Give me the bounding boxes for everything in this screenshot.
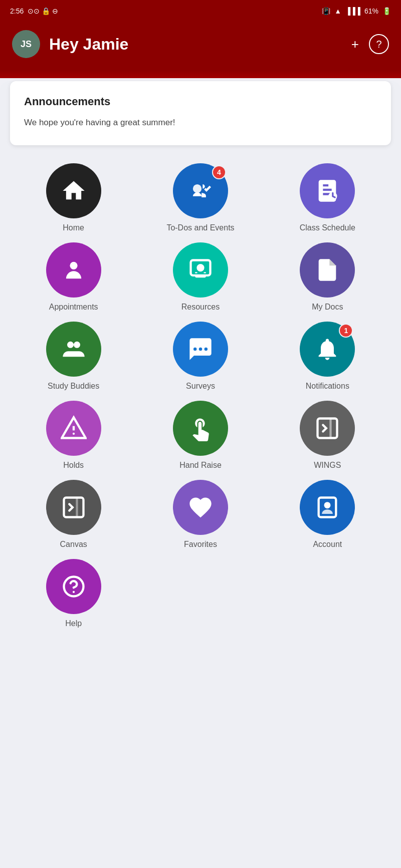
grid-item-todos[interactable]: 4 To-Dos and Events bbox=[142, 163, 259, 232]
announcements-message: We hope you're having a great summer! bbox=[24, 116, 377, 129]
grid-item-account[interactable]: Account bbox=[269, 480, 386, 549]
holds-icon bbox=[61, 415, 87, 441]
grid-item-appointments[interactable]: Appointments bbox=[15, 242, 132, 312]
wings-label: WINGS bbox=[314, 461, 341, 470]
grid-item-wings[interactable]: WINGS bbox=[269, 401, 386, 470]
class-schedule-icon bbox=[314, 178, 340, 204]
favorites-label: Favorites bbox=[184, 540, 217, 549]
account-label: Account bbox=[313, 540, 342, 549]
battery-text: 61% bbox=[364, 7, 378, 15]
todos-badge: 4 bbox=[212, 165, 226, 179]
resources-label: Resources bbox=[181, 303, 220, 312]
wifi-icon: ▲ bbox=[334, 7, 341, 15]
notifications-badge: 1 bbox=[339, 324, 353, 338]
wings-icon bbox=[314, 415, 340, 441]
todos-label: To-Dos and Events bbox=[166, 223, 234, 232]
holds-icon-circle bbox=[46, 401, 101, 456]
svg-point-10 bbox=[199, 347, 203, 351]
resources-icon-circle bbox=[173, 242, 228, 298]
avatar[interactable]: JS bbox=[12, 30, 40, 58]
grid-item-canvas[interactable]: Canvas bbox=[15, 480, 132, 549]
grid-item-surveys[interactable]: Surveys bbox=[142, 322, 259, 391]
my-docs-label: My Docs bbox=[312, 303, 343, 312]
grid-item-favorites[interactable]: Favorites bbox=[142, 480, 259, 549]
appointments-icon-circle bbox=[46, 242, 101, 298]
app-grid: Home 4 To-Dos and Events bbox=[0, 153, 401, 643]
svg-point-14 bbox=[72, 432, 74, 434]
help-icon-circle bbox=[46, 559, 101, 614]
status-right: 📳 ▲ ▐▐▐ 61% 🔋 bbox=[322, 7, 391, 15]
grid-item-holds[interactable]: Holds bbox=[15, 401, 132, 470]
todos-icon bbox=[187, 178, 214, 204]
grid-item-study-buddies[interactable]: Study Buddies bbox=[15, 322, 132, 391]
status-bar: 2:56 ⊙⊙ 🔒 ⊖ 📳 ▲ ▐▐▐ 61% 🔋 bbox=[0, 0, 401, 22]
canvas-icon-circle bbox=[46, 480, 101, 535]
add-button[interactable]: + bbox=[351, 37, 359, 52]
favorites-icon-circle bbox=[173, 480, 228, 535]
announcements-card: Announcements We hope you're having a gr… bbox=[10, 81, 391, 145]
grid-item-my-docs[interactable]: My Docs bbox=[269, 242, 386, 312]
status-time: 2:56 bbox=[10, 7, 24, 15]
battery-icon: 🔋 bbox=[382, 7, 391, 15]
class-schedule-label: Class Schedule bbox=[300, 223, 355, 232]
study-buddies-icon-circle bbox=[46, 322, 101, 377]
svg-point-20 bbox=[72, 591, 74, 593]
avatar-initials: JS bbox=[21, 39, 32, 50]
resources-icon bbox=[187, 257, 214, 283]
todos-icon-circle: 4 bbox=[173, 163, 228, 218]
study-buddies-icon bbox=[61, 336, 87, 362]
header-actions: + ? bbox=[351, 34, 389, 54]
favorites-icon bbox=[187, 494, 214, 520]
svg-point-0 bbox=[193, 184, 202, 193]
surveys-icon bbox=[187, 336, 214, 362]
help-button[interactable]: ? bbox=[369, 34, 389, 54]
account-icon-circle bbox=[300, 480, 355, 535]
signal-icon: ▐▐▐ bbox=[345, 7, 360, 15]
wings-icon-circle bbox=[300, 401, 355, 456]
svg-point-8 bbox=[67, 341, 74, 348]
my-docs-icon-circle bbox=[300, 242, 355, 298]
appointments-label: Appointments bbox=[49, 303, 98, 312]
surveys-icon-circle bbox=[173, 322, 228, 377]
header-left: JS Hey Jamie bbox=[12, 30, 128, 58]
grid-item-notifications[interactable]: 1 Notifications bbox=[269, 322, 386, 391]
notifications-icon-circle: 1 bbox=[300, 322, 355, 377]
hand-raise-label: Hand Raise bbox=[179, 461, 222, 470]
holds-label: Holds bbox=[63, 461, 84, 470]
svg-point-12 bbox=[205, 347, 208, 351]
notifications-label: Notifications bbox=[306, 382, 349, 391]
svg-point-11 bbox=[193, 347, 197, 351]
svg-point-9 bbox=[74, 341, 80, 348]
surveys-label: Surveys bbox=[186, 382, 215, 391]
grid-item-help[interactable]: Help bbox=[15, 559, 132, 628]
canvas-label: Canvas bbox=[60, 540, 87, 549]
help-label: Help bbox=[65, 619, 82, 628]
account-icon bbox=[314, 494, 340, 520]
canvas-icon bbox=[61, 494, 87, 520]
class-schedule-icon-circle bbox=[300, 163, 355, 218]
help-icon bbox=[61, 573, 87, 600]
grid-item-class-schedule[interactable]: Class Schedule bbox=[269, 163, 386, 232]
hand-raise-icon-circle bbox=[173, 401, 228, 456]
home-icon-circle bbox=[46, 163, 101, 218]
svg-point-2 bbox=[70, 261, 77, 269]
my-docs-icon bbox=[314, 257, 340, 283]
header-greeting: Hey Jamie bbox=[49, 35, 128, 54]
announcements-title: Announcements bbox=[24, 95, 377, 108]
status-left: 2:56 ⊙⊙ 🔒 ⊖ bbox=[10, 7, 58, 15]
notifications-icon bbox=[314, 336, 340, 362]
main-content: Announcements We hope you're having a gr… bbox=[0, 81, 401, 868]
appointments-icon bbox=[61, 257, 87, 283]
home-label: Home bbox=[63, 223, 84, 232]
grid-item-resources[interactable]: Resources bbox=[142, 242, 259, 312]
svg-point-18 bbox=[324, 502, 331, 508]
hand-raise-icon bbox=[187, 415, 214, 441]
svg-rect-5 bbox=[195, 275, 206, 277]
grid-item-hand-raise[interactable]: Hand Raise bbox=[142, 401, 259, 470]
header: JS Hey Jamie + ? bbox=[0, 22, 401, 78]
study-buddies-label: Study Buddies bbox=[48, 382, 99, 391]
grid-item-home[interactable]: Home bbox=[15, 163, 132, 232]
home-icon bbox=[61, 178, 87, 204]
vibrate-icon: 📳 bbox=[322, 7, 330, 15]
status-icons: ⊙⊙ 🔒 ⊖ bbox=[28, 7, 58, 15]
